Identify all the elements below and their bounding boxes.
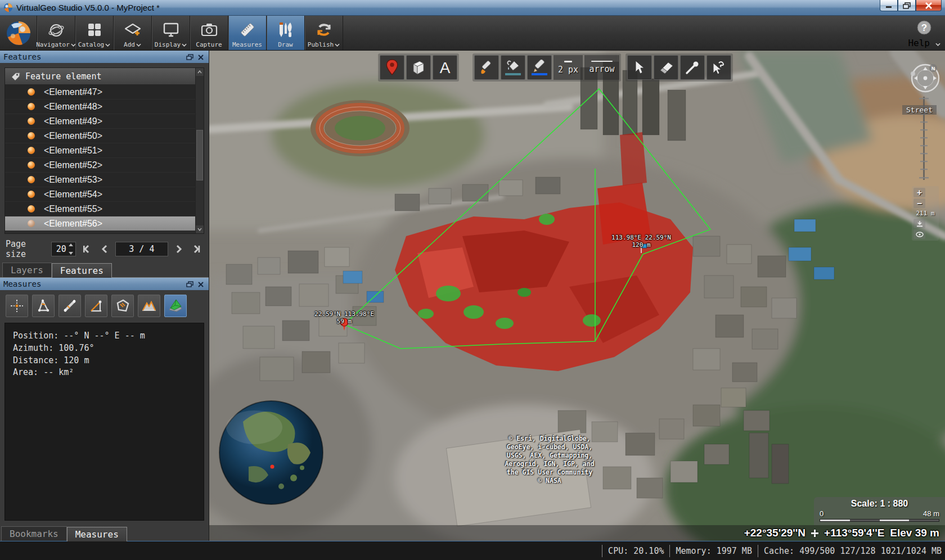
page-indicator[interactable]: 3 / 4 (115, 242, 168, 256)
feature-dot-icon (28, 88, 35, 96)
scroll-up-icon[interactable] (196, 68, 204, 76)
map-viewport[interactable]: A (209, 51, 945, 541)
list-item[interactable]: <Element#53> (5, 173, 204, 187)
toolbar-measures-button[interactable]: Measures (228, 16, 267, 50)
text-icon: A (437, 59, 453, 76)
list-item[interactable]: <Element#48> (5, 100, 204, 114)
compass-icon: N (908, 61, 941, 94)
line-style-preview (591, 61, 613, 62)
feature-dot-icon (28, 205, 35, 213)
close-button[interactable] (916, 0, 942, 11)
tab-layers[interactable]: Layers (2, 263, 52, 277)
features-panel-header[interactable]: Features (0, 51, 209, 63)
select-tool-button[interactable] (627, 55, 652, 80)
area-measure-tool[interactable] (111, 295, 134, 317)
overview-globe[interactable] (219, 401, 323, 504)
toolbar-draw-button[interactable]: Draw (267, 16, 305, 50)
list-item[interactable]: <Element#51> (5, 143, 204, 158)
catalog-icon (87, 18, 102, 42)
tag-icon (11, 72, 21, 81)
tab-measures[interactable]: Measures (67, 527, 127, 541)
app-logo-button[interactable] (0, 16, 37, 50)
scrollbar-thumb[interactable] (196, 130, 203, 180)
altitude-widget: + − 211 m (912, 186, 939, 241)
feature-dot-icon (28, 132, 35, 139)
page-size-input[interactable]: 20 (51, 242, 76, 256)
toolbar-catalog-button[interactable]: Catalog (75, 16, 114, 50)
altitude-label: 211 m (913, 209, 938, 218)
list-item[interactable]: <Element#50> (5, 129, 204, 143)
close-panel-icon[interactable] (197, 53, 205, 60)
surface-measure-tool[interactable] (164, 295, 187, 317)
memory-status: Memory: 1997 MB (676, 546, 752, 556)
line-style-selector[interactable]: arrow (584, 55, 619, 80)
display-label: Display (155, 42, 181, 48)
list-item[interactable]: <Element#52> (5, 158, 204, 173)
chevron-down-icon (935, 43, 940, 46)
list-scrollbar[interactable] (195, 68, 204, 233)
feature-element-list: Feature element <Element#47> <Element#48… (4, 67, 204, 234)
list-item[interactable]: <Element#47> (5, 85, 204, 100)
stroke-color-button[interactable] (527, 55, 552, 80)
float-panel-icon[interactable] (186, 281, 194, 287)
zoom-out-button[interactable]: − (914, 198, 925, 208)
next-page-button[interactable] (173, 242, 186, 256)
toolbar-capture-button[interactable]: Capture (190, 16, 228, 50)
cursor-cross-icon (811, 530, 818, 537)
slope-measure-tool[interactable] (85, 295, 107, 317)
last-page-button[interactable] (190, 242, 203, 256)
chevron-down-icon (335, 43, 340, 47)
svg-text:A: A (440, 59, 451, 76)
first-page-button[interactable] (80, 242, 93, 256)
map-pin-icon (385, 59, 399, 76)
brush-icon (479, 60, 494, 75)
list-item[interactable]: <Element#55> (5, 202, 204, 216)
eraser-tool-button[interactable] (654, 55, 678, 80)
scale-max: 48 m (923, 509, 939, 518)
fill-color-button[interactable] (501, 55, 525, 80)
toolbar-display-button[interactable]: Display (152, 16, 190, 50)
feature-dot-icon (28, 103, 35, 110)
eyedropper-tool-button[interactable] (680, 55, 705, 80)
position-measure-tool[interactable] (6, 295, 28, 317)
previous-page-button[interactable] (98, 242, 111, 256)
feature-list-header[interactable]: Feature element (5, 68, 204, 85)
toolbar-navigator-button[interactable]: Navigator (37, 16, 75, 50)
cube-icon (410, 59, 427, 76)
page-size-spinner[interactable] (68, 243, 74, 255)
tab-bookmarks[interactable]: Bookmarks (1, 526, 67, 541)
toolbar-help-button[interactable]: ? Help (907, 16, 942, 50)
place-pin-button[interactable] (380, 55, 404, 80)
toolbar-publish-button[interactable]: Publish (305, 16, 343, 50)
paint-bucket-icon (505, 60, 521, 72)
compass-widget[interactable]: N (908, 61, 941, 96)
list-item-selected[interactable]: <Element#56> (5, 216, 204, 231)
scroll-down-icon[interactable] (196, 225, 204, 233)
titlebar[interactable]: VirtualGeo Studio V5.0.0 - MyProject * (0, 0, 945, 16)
street-level-label[interactable]: Street (902, 105, 937, 115)
restore-button[interactable] (898, 0, 916, 11)
feature-dot-icon (28, 161, 35, 169)
brush-tool-button[interactable] (474, 55, 499, 80)
distance-measure-tool[interactable] (58, 295, 81, 317)
latitude-readout: +22°35'29''N (744, 527, 806, 539)
view-mode-button[interactable] (914, 229, 925, 239)
place-box-button[interactable] (406, 55, 431, 80)
zoom-in-button[interactable]: + (914, 188, 925, 197)
list-item[interactable]: <Element#54> (5, 187, 204, 202)
measures-panel-header[interactable]: Measures (0, 278, 209, 290)
lasso-select-button[interactable] (706, 55, 731, 80)
toolbar-add-button[interactable]: Add (114, 16, 152, 50)
ground-view-button[interactable] (914, 219, 925, 228)
stroke-width-preview (564, 61, 572, 62)
minimize-button[interactable] (880, 0, 898, 11)
angle-measure-tool[interactable] (32, 295, 55, 317)
close-panel-icon[interactable] (197, 281, 205, 287)
tab-features[interactable]: Features (52, 263, 112, 278)
virtualgeo-logo-icon (6, 20, 32, 46)
list-item[interactable]: <Element#49> (5, 114, 204, 129)
stroke-width-selector[interactable]: 2 px (554, 55, 583, 80)
float-panel-icon[interactable] (186, 53, 194, 60)
place-text-button[interactable]: A (433, 55, 457, 80)
profile-measure-tool[interactable] (138, 295, 160, 317)
